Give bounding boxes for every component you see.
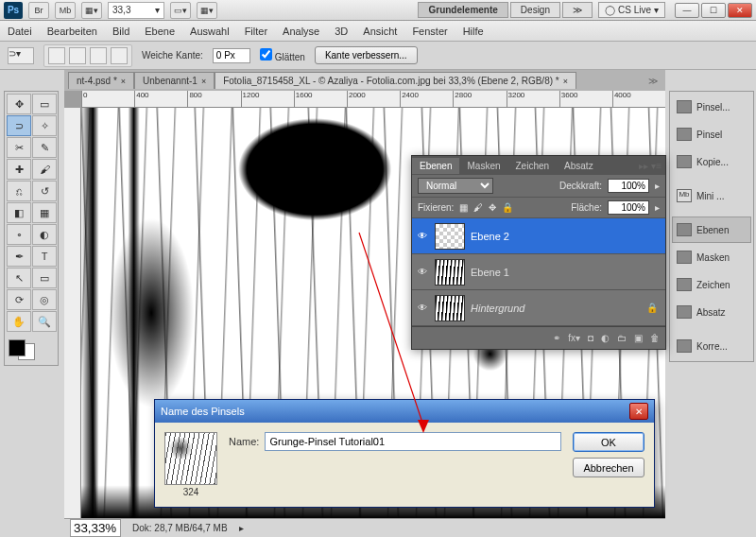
workspace-tab-design[interactable]: Design	[510, 2, 560, 18]
new-layer-icon[interactable]: ▣	[634, 333, 643, 343]
selection-intersect-icon[interactable]	[111, 47, 128, 64]
arrange-button[interactable]: ▭▾	[170, 2, 191, 19]
menu-datei[interactable]: Datei	[8, 26, 32, 37]
fx-icon[interactable]: fx▾	[568, 333, 580, 343]
dialog-close-button[interactable]: ✕	[629, 403, 648, 420]
dock-item-minibridge[interactable]: MbMini ...	[672, 182, 751, 209]
close-icon[interactable]: ×	[201, 77, 206, 86]
adjustment-icon[interactable]: ◐	[601, 333, 610, 343]
panel-tab-ebenen[interactable]: Ebenen	[412, 158, 459, 174]
layer-thumbnail[interactable]	[435, 223, 465, 250]
layer-name[interactable]: Ebene 1	[471, 267, 509, 278]
tab-overflow[interactable]: ≫	[644, 76, 662, 86]
brush-tool[interactable]: 🖌	[32, 159, 57, 180]
lock-position-icon[interactable]: ✥	[489, 202, 496, 213]
opacity-input[interactable]	[608, 179, 649, 193]
dock-item-brush-presets[interactable]: Pinsel...	[672, 94, 751, 120]
layer-name[interactable]: Ebene 2	[471, 231, 509, 242]
dock-item-layers[interactable]: Ebenen	[672, 217, 751, 243]
zoom-tool[interactable]: 🔍	[32, 311, 57, 332]
healing-tool[interactable]: ✚	[7, 159, 31, 180]
refine-edge-button[interactable]: Kante verbessern...	[315, 46, 418, 64]
link-layers-icon[interactable]: ⚭	[553, 333, 560, 343]
dock-item-masks[interactable]: Masken	[672, 244, 751, 270]
menu-ebene[interactable]: Ebene	[145, 26, 175, 37]
layer-thumbnail[interactable]	[435, 295, 465, 321]
mask-icon[interactable]: ◘	[588, 333, 593, 343]
ok-button[interactable]: OK	[573, 432, 644, 452]
cancel-button[interactable]: Abbrechen	[573, 458, 644, 477]
document-tab[interactable]: Unbenannt-1×	[134, 72, 215, 89]
close-icon[interactable]: ×	[121, 77, 126, 86]
layer-name[interactable]: Hintergrund	[471, 303, 524, 314]
selection-new-icon[interactable]	[48, 47, 65, 64]
status-flyout-icon[interactable]: ▸	[239, 523, 244, 533]
selection-subtract-icon[interactable]	[90, 47, 107, 64]
bridge-button[interactable]: Br	[28, 2, 49, 19]
extras-button[interactable]: ▦▾	[197, 2, 217, 19]
dock-item-character[interactable]: Zeichen	[672, 271, 751, 298]
blur-tool[interactable]: ∘	[7, 224, 31, 245]
marquee-tool[interactable]: ▭	[32, 94, 57, 114]
gradient-tool[interactable]: ▦	[32, 202, 57, 223]
lasso-tool[interactable]: ⊃	[7, 115, 31, 136]
layer-row[interactable]: 👁Ebene 2	[412, 218, 665, 254]
antialias-checkbox[interactable]: Glätten	[260, 48, 305, 62]
3d-tool[interactable]: ⟳	[7, 289, 31, 310]
document-tab[interactable]: nt-4.psd *×	[68, 72, 134, 89]
dialog-titlebar[interactable]: Name des Pinsels ✕	[155, 400, 654, 423]
shape-tool[interactable]: ▭	[32, 268, 57, 288]
maximize-button[interactable]: ☐	[701, 3, 726, 18]
path-tool[interactable]: ↖	[7, 268, 31, 288]
dock-item-clone[interactable]: Kopie...	[672, 148, 751, 175]
group-icon[interactable]: 🗀	[617, 333, 627, 343]
menu-3d[interactable]: 3D	[335, 26, 348, 37]
minibridge-button[interactable]: Mb	[55, 2, 76, 19]
dock-item-brush[interactable]: Pinsel	[672, 121, 751, 147]
menu-bild[interactable]: Bild	[112, 26, 129, 37]
layer-row[interactable]: 👁Hintergrund🔒	[412, 290, 665, 326]
layer-row[interactable]: 👁Ebene 1	[412, 254, 665, 290]
dock-item-adjustments[interactable]: Korre...	[672, 333, 751, 359]
workspace-tab-grundelemente[interactable]: Grundelemente	[418, 2, 507, 18]
type-tool[interactable]: T	[32, 246, 57, 267]
visibility-icon[interactable]: 👁	[416, 266, 429, 279]
panel-tab-absatz[interactable]: Absatz	[557, 158, 601, 174]
feather-input[interactable]	[213, 48, 250, 63]
lock-all-icon[interactable]: 🔒	[502, 202, 513, 213]
zoom-combo[interactable]: 33,3▾	[108, 2, 164, 19]
opacity-flyout-icon[interactable]: ▸	[655, 181, 660, 191]
hand-tool[interactable]: ✋	[7, 311, 31, 332]
menu-filter[interactable]: Filter	[245, 26, 267, 37]
lock-pixels-icon[interactable]: 🖌	[473, 202, 483, 213]
fill-flyout-icon[interactable]: ▸	[655, 202, 660, 213]
close-icon[interactable]: ×	[563, 77, 568, 86]
close-button[interactable]: ✕	[728, 3, 752, 18]
visibility-icon[interactable]: 👁	[416, 302, 429, 315]
menu-bearbeiten[interactable]: Bearbeiten	[47, 26, 97, 37]
crop-tool[interactable]: ✂	[7, 137, 31, 158]
stamp-tool[interactable]: ⎌	[7, 181, 31, 201]
menu-fenster[interactable]: Fenster	[412, 26, 447, 37]
pen-tool[interactable]: ✒	[7, 246, 31, 267]
selection-add-icon[interactable]	[69, 47, 86, 64]
magic-wand-tool[interactable]: ✧	[32, 115, 57, 136]
visibility-icon[interactable]: 👁	[416, 230, 429, 243]
menu-hilfe[interactable]: Hilfe	[463, 26, 484, 37]
eraser-tool[interactable]: ◧	[7, 202, 31, 223]
lock-transparent-icon[interactable]: ▦	[459, 202, 468, 213]
eyedropper-tool[interactable]: ✎	[32, 137, 57, 158]
layer-thumbnail[interactable]	[435, 259, 465, 286]
menu-auswahl[interactable]: Auswahl	[190, 26, 230, 37]
dock-item-paragraph[interactable]: Absatz	[672, 299, 751, 325]
fill-input[interactable]	[608, 200, 649, 215]
workspace-more[interactable]: ≫	[562, 2, 593, 18]
lasso-tool-preset-icon[interactable]: ⊃▾	[8, 47, 34, 64]
panel-tab-zeichen[interactable]: Zeichen	[508, 158, 558, 174]
brush-name-input[interactable]	[265, 432, 561, 451]
screen-mode-button[interactable]: ▦▾	[81, 2, 102, 19]
panel-menu-icon[interactable]: ▸▸ ▾≡	[635, 161, 665, 171]
delete-layer-icon[interactable]: 🗑	[650, 333, 660, 343]
document-tab[interactable]: Fotolia_8715458_XL - © Azaliya - Fotolia…	[215, 72, 576, 89]
3d-camera-tool[interactable]: ◎	[32, 289, 57, 310]
